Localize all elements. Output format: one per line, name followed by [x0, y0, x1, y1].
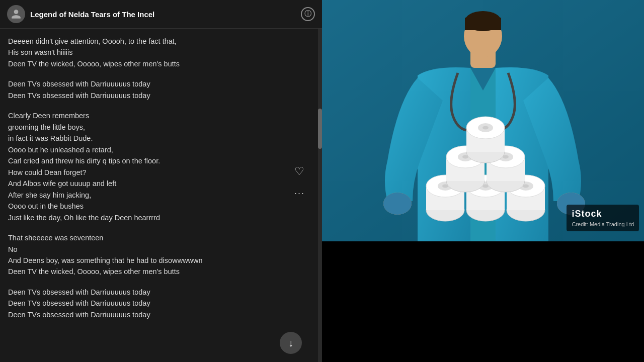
lyric-line: Oooo but he unleashed a retard,	[8, 144, 314, 155]
info-button[interactable]: ⓘ	[301, 7, 315, 21]
download-icon: ↓	[288, 337, 293, 349]
lyric-block: That sheeeee was seventeenNoAnd Deens bo…	[8, 232, 314, 278]
lyric-line: Clearly Deen remembers	[8, 110, 314, 121]
lyric-line: grooming the little boys,	[8, 122, 314, 133]
lyric-line: Deen TVs obsessed with Darriuuuuus today	[8, 309, 314, 320]
lyric-line: Deeeen didn't give attention, Ooooh, to …	[8, 36, 314, 47]
lyric-line: Deen TVs obsessed with Darriuuuuus today	[8, 90, 314, 101]
bottom-black	[322, 241, 644, 362]
right-panel: iStock Credit: Media Trading Ltd	[322, 0, 644, 362]
more-icon: ···	[294, 188, 305, 199]
lyric-line: And Deens boy, was something that he had…	[8, 255, 314, 266]
download-button[interactable]: ↓	[280, 332, 302, 354]
header-title: Legend of Nelda Tears of The Incel	[30, 10, 301, 19]
svg-rect-4	[465, 18, 501, 30]
lyric-line: Deen TVs obsessed with Darriuuuuus today	[8, 287, 314, 298]
scroll-thumb	[318, 109, 322, 149]
lyric-line: No	[8, 244, 314, 255]
left-panel: Legend of Nelda Tears of The Incel ⓘ Dee…	[0, 0, 322, 362]
avatar	[7, 5, 25, 23]
lyric-line: And Albos wife got uuuup and left	[8, 178, 314, 189]
lyric-line: Deen TV the wicked, Ooooo, wipes other m…	[8, 266, 314, 277]
istock-brand: iStock	[572, 208, 634, 220]
lyric-line: Deen TVs obsessed with Darriuuuuus today	[8, 298, 314, 309]
image-container: iStock Credit: Media Trading Ltd	[322, 0, 644, 241]
lyrics-area[interactable]: Deeeen didn't give attention, Ooooh, to …	[0, 29, 322, 362]
like-button[interactable]: ♡	[292, 163, 306, 180]
lyric-line: Just like the day, Oh like the day Deen …	[8, 212, 314, 223]
lyric-line: His son wasn't hiiiiis	[8, 47, 314, 58]
lyric-block: Deen TVs obsessed with Darriuuuuus today…	[8, 287, 314, 320]
lyric-line: Oooo out in the bushes	[8, 201, 314, 212]
lyric-block: Deen TVs obsessed with Darriuuuuus today…	[8, 78, 314, 101]
svg-point-40	[383, 193, 412, 215]
svg-point-39	[482, 126, 489, 130]
lyric-line: Deen TV the wicked, Ooooo, wipes other m…	[8, 58, 314, 69]
credit-line: Credit: Media Trading Ltd	[572, 221, 634, 228]
scrollbar[interactable]	[318, 0, 322, 362]
heart-icon: ♡	[294, 165, 304, 178]
more-button[interactable]: ···	[292, 186, 307, 201]
lyric-line: in fact it was Rabbit Dude.	[8, 133, 314, 144]
lyric-line: After she say him jacking,	[8, 190, 314, 201]
lyric-line: Deen TVs obsessed with Darriuuuuus today	[8, 78, 314, 89]
lyric-block: Clearly Deen remembersgrooming the littl…	[8, 110, 314, 223]
header: Legend of Nelda Tears of The Incel ⓘ	[0, 0, 322, 29]
lyric-line: Carl cried and threw his dirty q tips on…	[8, 155, 314, 166]
lyric-block: Deeeen didn't give attention, Ooooh, to …	[8, 36, 314, 69]
lyric-line: That sheeeee was seventeen	[8, 232, 314, 243]
istock-credit: iStock Credit: Media Trading Ltd	[567, 205, 639, 231]
lyric-line: How could Dean forget?	[8, 167, 314, 178]
